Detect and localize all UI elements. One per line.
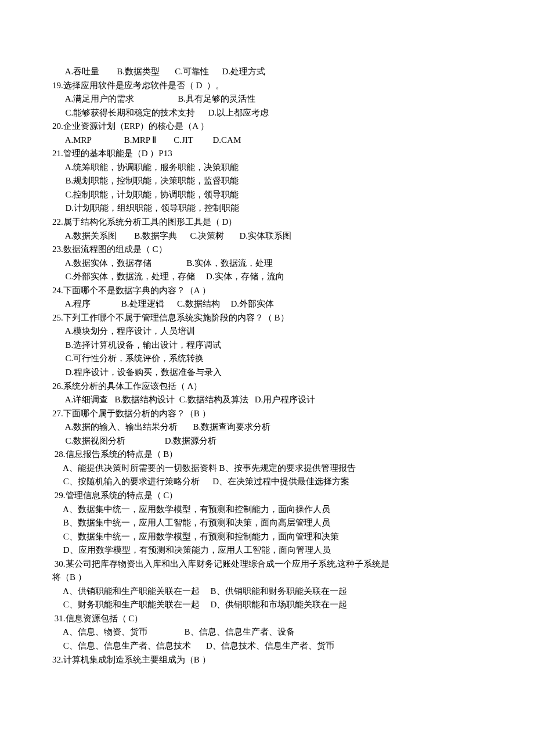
text-line: 32.计算机集成制造系统主要组成为（B ）	[52, 653, 482, 667]
text-line: D、应用数学模型，有预测和决策能力，应用人工智能，面向管理人员	[52, 543, 482, 557]
text-line: 27.下面哪个属于数据分析的内容？（B ）	[52, 407, 482, 421]
text-line: 24.下面哪个不是数据字典的内容？（A ）	[52, 284, 482, 298]
text-line: B、数据集中统一，应用人工智能，有预测和决策，面向高层管理人员	[52, 516, 482, 530]
text-line: A.吞吐量 B.数据类型 C.可靠性 D.处理方式	[52, 65, 482, 79]
text-line: C、信息、信息生产者、信息技术 D、信息技术、信息生产者、货币	[52, 639, 482, 653]
text-line: A、数据集中统一，应用数学模型，有预测和控制能力，面向操作人员	[52, 503, 482, 517]
text-line: C、按随机输入的要求进行策略分析 D、在决策过程中提供最佳选择方案	[52, 475, 482, 489]
text-line: D.计划职能，组织职能，领导职能，控制职能	[52, 201, 482, 215]
text-line: D.程序设计，设备购买，数据准备与录入	[52, 366, 482, 380]
text-line: 25.下列工作哪个不属于管理信息系统实施阶段的内容？（ B）	[52, 311, 482, 325]
text-line: B.选择计算机设备，输出设计，程序调试	[52, 339, 482, 352]
text-line: 23.数据流程图的组成是（ C）	[52, 243, 482, 257]
text-line: A.模块划分，程序设计，人员培训	[52, 325, 482, 339]
text-line: C、数据集中统一，应用数学模型，有预测和控制能力，面向管理和决策	[52, 530, 482, 544]
text-line: 22.属于结构化系统分析工具的图形工具是（ D）	[52, 215, 482, 229]
text-line: 26.系统分析的具体工作应该包括（ A）	[52, 380, 482, 394]
text-line: A.统筹职能，协调职能，服务职能，决策职能	[52, 161, 482, 175]
text-line: A.数据的输入、输出结果分析 B.数据查询要求分析	[52, 420, 482, 434]
text-line: C.能够获得长期和稳定的技术支持 D.以上都应考虑	[52, 106, 482, 120]
text-line: A.数据实体，数据存储 B.实体，数据流，处理	[52, 257, 482, 271]
text-line: 31.信息资源包括（ C）	[52, 612, 482, 626]
text-line: 30.某公司把库存物资出入库和出入库财务记账处理综合成一个应用子系统,这种子系统…	[52, 557, 482, 571]
text-line: A.满足用户的需求 B.具有足够的灵活性	[52, 92, 482, 106]
text-line: C、财务职能和生产职能关联在一起 D、供销职能和市场职能关联在一起	[52, 598, 482, 612]
text-line: 20.企业资源计划（ERP）的核心是（A ）	[52, 120, 482, 134]
text-line: C.控制职能，计划职能，协调职能，领导职能	[52, 188, 482, 202]
text-line: A.程序 B.处理逻辑 C.数据结构 D.外部实体	[52, 297, 482, 311]
document-body: A.吞吐量 B.数据类型 C.可靠性 D.处理方式19.选择应用软件是应考虑软件…	[52, 65, 482, 667]
text-line: A、信息、物资、货币 B、信息、信息生产者、设备	[52, 625, 482, 639]
text-line: A.详细调查 B.数据结构设计 C.数据结构及算法 D.用户程序设计	[52, 393, 482, 407]
text-line: C.外部实体，数据流，处理，存储 D.实体，存储，流向	[52, 270, 482, 284]
text-line: A.MRP B.MRP Ⅱ C.JIT D.CAM	[52, 134, 482, 147]
text-line: 19.选择应用软件是应考虑软件是否（ D ）。	[52, 79, 482, 93]
text-line: A.数据关系图 B.数据字典 C.决策树 D.实体联系图	[52, 229, 482, 243]
text-line: A、能提供决策时所需要的一切数据资料 B、按事先规定的要求提供管理报告	[52, 462, 482, 476]
text-line: 将（B ）	[52, 571, 482, 585]
text-line: 28.信息报告系统的特点是（ B）	[52, 448, 482, 462]
text-line: 21.管理的基本职能是（D ）P13	[52, 147, 482, 161]
text-line: B.规划职能，控制职能，决策职能，监督职能	[52, 174, 482, 188]
text-line: C.可行性分析，系统评价，系统转换	[52, 352, 482, 366]
text-line: 29.管理信息系统的特点是（ C）	[52, 489, 482, 503]
text-line: C.数据视图分析 D.数据源分析	[52, 434, 482, 448]
text-line: A、供销职能和生产职能关联在一起 B、供销职能和财务职能关联在一起	[52, 585, 482, 599]
